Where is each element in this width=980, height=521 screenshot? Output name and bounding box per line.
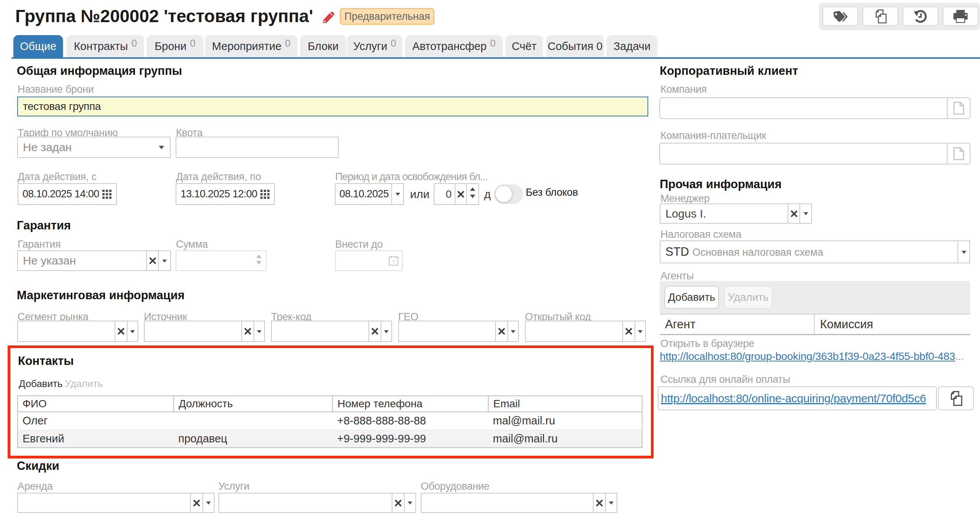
- svg-text:7: 7: [392, 259, 395, 265]
